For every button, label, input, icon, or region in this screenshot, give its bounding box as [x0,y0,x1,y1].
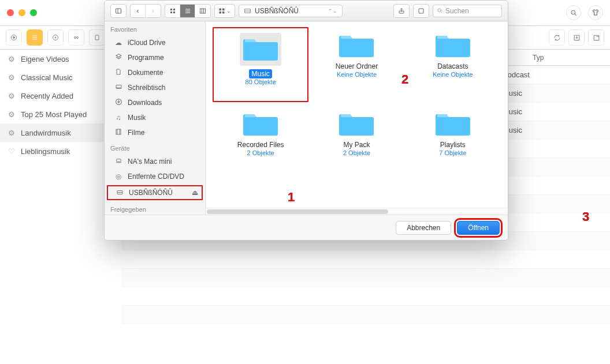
svg-rect-11 [95,35,99,40]
folder-icon [434,110,471,137]
sidebar-item-music[interactable]: ♫Musik [105,110,205,125]
sidebar-label: Dokumente [128,69,163,77]
disc-icon [52,34,59,41]
sidebar-item-movies[interactable]: Filme [105,125,205,140]
gear-icon: ⚙ [8,110,15,119]
zoom-window-icon[interactable] [30,9,37,16]
sidebar-label: Schreibtisch [128,84,165,92]
path-label: USBÑßÑÓÑÛ [255,7,299,15]
svg-rect-31 [222,12,225,14]
sidebar-item-apps[interactable]: Programme [105,50,205,65]
search-field[interactable]: Suchen [433,5,502,17]
play-button[interactable] [6,29,22,46]
tags-button[interactable] [413,4,429,18]
column-view-button[interactable] [195,5,210,17]
disc-button[interactable] [47,29,64,46]
icon-view-button[interactable] [165,5,180,17]
sidebar-item-usb[interactable]: USBÑßÑÓÑÛ⏏ [107,185,203,200]
import-button[interactable] [568,29,585,46]
folder-item[interactable]: Playlists 7 Objekte [405,106,501,181]
col-type[interactable]: Typ [526,54,601,62]
sidebar-item-mac[interactable]: NA's Mac mini [105,154,205,169]
sidebar-item-label: Recently Added [21,92,73,100]
sidebar-item-downloads[interactable]: Downloads [105,95,205,110]
cancel-button[interactable]: Abbrechen [396,221,451,235]
list-view-button[interactable] [27,29,43,46]
eject-icon[interactable]: ⏏ [192,189,198,197]
svg-point-9 [75,37,76,39]
folder-item[interactable]: Recorded Files 2 Objekte [213,106,308,181]
callout-2: 2 [401,72,408,87]
gear-icon: ⚙ [8,55,15,63]
close-window-icon[interactable] [7,9,14,16]
path-control[interactable]: USBÑßÑÓÑÛ ⌃⌄ [239,5,343,17]
sidebar-label: NA's Mac mini [128,157,172,166]
controller-icon [72,34,80,41]
export-icon [593,34,600,42]
device-button[interactable] [89,29,105,46]
folder-name: Neuer Ordner [333,62,380,71]
app-sidebar: ⚙Eigene Videos ⚙Classical Music ⚙Recentl… [0,50,121,364]
folder-icon [338,110,375,137]
folder-subtitle: 2 Objekte [247,149,274,156]
svg-point-36 [438,9,441,12]
folder-item[interactable]: Neuer Ordner Keine Objekte [308,27,404,102]
folder-name: Playlists [438,140,468,149]
export-button[interactable] [588,29,604,46]
search-button[interactable] [566,5,581,20]
folder-name: My Pack [341,140,372,149]
apps-button[interactable] [68,29,84,46]
sidebar-item-label: Top 25 Most Played [21,110,87,119]
sidebar-item[interactable]: ⚙Top 25 Most Played [0,105,121,123]
nav-buttons: ‹ › [130,4,161,18]
list-icon [31,34,38,41]
folder-name: Music [249,69,271,78]
mac-icon [114,157,123,166]
updown-icon: ⌃⌄ [328,8,337,14]
doc-icon [114,68,123,77]
arrange-menu[interactable]: ⌄ [214,4,235,18]
cloud-icon: ☁ [114,39,123,47]
sidebar-toggle[interactable] [110,4,127,18]
horizontal-scrollbar[interactable] [206,208,508,215]
sidebar-item[interactable]: ♡Lieblingsmusik [0,142,121,160]
share-button[interactable] [393,4,410,18]
svg-rect-25 [200,9,206,13]
cell-type: Podcast [503,70,601,79]
open-button[interactable]: Öffnen [457,221,500,235]
svg-rect-18 [170,9,172,10]
share-icon [398,7,405,14]
table-row [121,287,610,306]
sidebar-item-documents[interactable]: Dokumente [105,65,205,80]
sidebar-item-icloud[interactable]: ☁iCloud Drive [105,35,205,50]
sidebar-item[interactable]: ⚙Recently Added [0,87,121,105]
refresh-button[interactable] [549,29,565,46]
svg-line-1 [574,13,576,15]
scrollbar-thumb[interactable] [207,209,388,214]
svg-rect-38 [116,85,121,88]
svg-rect-45 [116,159,120,162]
sidebar-item-cd[interactable]: ◎Entfernte CD/DVD [105,169,205,184]
back-button[interactable]: ‹ [131,5,146,17]
account-button[interactable] [588,5,603,20]
table-row [121,269,610,287]
sidebar-item[interactable]: ⚙Eigene Videos [0,50,121,68]
play-icon [10,34,17,41]
forward-button[interactable]: › [146,5,161,17]
folder-icon [434,32,471,58]
gear-icon: ⚙ [8,129,15,137]
folder-item[interactable]: My Pack 2 Objekte [308,106,404,181]
folder-subtitle: 7 Objekte [439,149,466,156]
sidebar-item[interactable]: ⚙Classical Music [0,68,121,87]
sidebar-item-desktop[interactable]: Schreibtisch [105,80,205,95]
sidebar-item[interactable]: ⚙Landwirdmusik [0,123,121,142]
minimize-window-icon[interactable] [18,9,25,16]
table-row [121,306,610,324]
folder-subtitle: Keine Objekte [433,71,473,78]
cell-type: Music [503,89,601,97]
callout-1: 1 [288,190,295,205]
folder-item[interactable]: Datacasts Keine Objekte [405,27,501,102]
list-view-button[interactable] [180,5,195,17]
sidebar-item-label: Landwirdmusik [21,129,71,137]
folder-item[interactable]: Music 80 Objekte [213,27,308,102]
